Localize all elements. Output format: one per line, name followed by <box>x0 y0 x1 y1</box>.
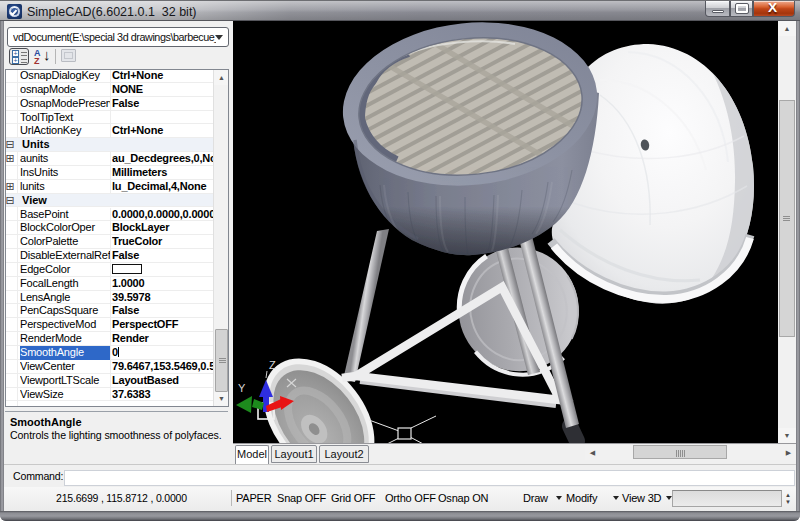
svg-text:Z: Z <box>269 359 276 371</box>
svg-text:Y: Y <box>238 382 246 394</box>
